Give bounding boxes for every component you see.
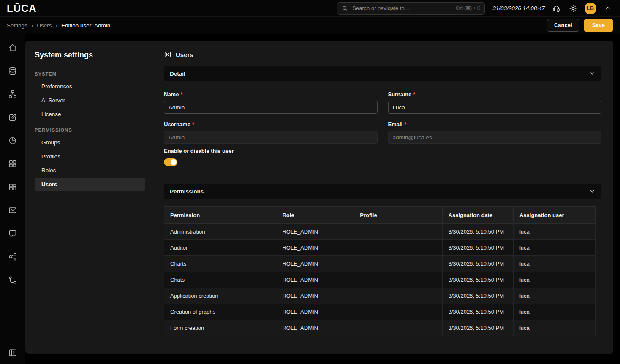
breadcrumb: Settings › Users › Edition user: Admin xyxy=(7,22,110,29)
table-cell: 3/30/2026, 5:10:50 PM xyxy=(442,256,513,272)
table-cell: luca xyxy=(513,288,595,304)
table-cell: 3/30/2026, 5:10:50 PM xyxy=(442,240,513,256)
table-cell: luca xyxy=(513,224,595,240)
table-cell xyxy=(354,288,442,304)
table-cell: ROLE_ADMIN xyxy=(276,272,354,288)
cancel-button[interactable]: Cancel xyxy=(547,19,579,32)
database-icon[interactable] xyxy=(8,66,17,76)
table-cell: ROLE_ADMIN xyxy=(276,240,354,256)
table-cell: luca xyxy=(513,256,595,272)
breadcrumb-item-settings[interactable]: Settings xyxy=(7,22,27,29)
permissions-table-body: AdministrationROLE_ADMIN3/30/2026, 5:10:… xyxy=(164,224,596,336)
table-cell: Creation of graphs xyxy=(164,304,276,320)
page-title: Users xyxy=(176,51,193,58)
widgets-grid-icon[interactable] xyxy=(8,182,17,192)
email-field-group: Email* xyxy=(388,121,602,144)
toggle-knob xyxy=(171,159,177,165)
permissions-section-label: Permissions xyxy=(170,188,204,195)
detail-form: Name* Surname* Username* xyxy=(164,91,601,144)
users-icon xyxy=(164,51,171,58)
email-field xyxy=(388,131,602,144)
flow-link-icon[interactable] xyxy=(8,275,17,285)
column-header: Profile xyxy=(354,207,442,224)
sidebar-item-preferences[interactable]: Preferences xyxy=(35,80,145,93)
settings-nav-title: System settings xyxy=(35,51,152,60)
table-cell: Application creation xyxy=(164,288,276,304)
table-cell: 3/30/2026, 5:10:50 PM xyxy=(442,224,513,240)
table-row: AuditorROLE_ADMIN3/30/2026, 5:10:50 PMlu… xyxy=(164,240,596,256)
table-cell xyxy=(354,240,442,256)
surname-label: Surname* xyxy=(388,91,602,98)
chat-icon[interactable] xyxy=(8,229,17,238)
nav-section-system: SYSTEM xyxy=(35,71,152,76)
chevron-down-icon xyxy=(589,188,596,195)
sidebar-item-users[interactable]: Users xyxy=(35,178,145,191)
column-header: Assignation user xyxy=(513,207,595,224)
sidebar-expand-icon[interactable] xyxy=(8,348,17,357)
main-panel: System settings SYSTEM Preferences AI Se… xyxy=(25,41,613,354)
topbar-right: Ctrl (⌘) + K 31/03/2026 14:08:47 LB xyxy=(337,2,613,15)
page-actions: Cancel Save xyxy=(547,19,613,32)
breadcrumb-separator: › xyxy=(31,22,33,29)
body: System settings SYSTEM Preferences AI Se… xyxy=(0,34,620,364)
table-cell: Form creation xyxy=(164,320,276,336)
topbar: LŪCA Ctrl (⌘) + K 31/03/2026 14:08:47 LB xyxy=(0,0,620,17)
collapse-topbar-button[interactable] xyxy=(602,3,613,14)
search-input[interactable] xyxy=(351,5,452,12)
sidebar-item-roles[interactable]: Roles xyxy=(35,164,145,177)
support-button[interactable] xyxy=(551,3,562,14)
enable-user-label: Enable or disable this user xyxy=(164,148,601,154)
table-row: Form creationROLE_ADMIN3/30/2026, 5:10:5… xyxy=(164,320,596,336)
sidebar-item-license[interactable]: License xyxy=(35,108,145,121)
table-cell: ROLE_ADMIN xyxy=(276,320,354,336)
page-title-row: Users xyxy=(164,51,601,58)
breadcrumb-bar: Settings › Users › Edition user: Admin C… xyxy=(0,17,620,34)
table-cell: luca xyxy=(513,304,595,320)
mail-icon[interactable] xyxy=(8,206,17,215)
save-button[interactable]: Save xyxy=(584,19,613,32)
sidebar-item-ai-server[interactable]: AI Server xyxy=(35,94,145,107)
sidebar-item-groups[interactable]: Groups xyxy=(35,136,145,149)
table-cell: luca xyxy=(513,272,595,288)
username-field xyxy=(164,131,378,144)
table-cell: ROLE_ADMIN xyxy=(276,224,354,240)
required-marker: * xyxy=(180,91,182,98)
home-icon[interactable] xyxy=(8,43,17,52)
email-label: Email* xyxy=(388,121,602,128)
share-nodes-icon[interactable] xyxy=(8,252,17,261)
table-cell: 3/30/2026, 5:10:50 PM xyxy=(442,288,513,304)
table-cell: ROLE_ADMIN xyxy=(276,304,354,320)
surname-field[interactable] xyxy=(388,101,602,114)
permissions-table-head-row: PermissionRoleProfileAssignation dateAss… xyxy=(164,207,596,224)
detail-section-header[interactable]: Detail xyxy=(164,66,601,81)
column-header: Permission xyxy=(164,207,276,224)
required-marker: * xyxy=(192,121,194,128)
settings-button[interactable] xyxy=(568,3,579,14)
permissions-section-header[interactable]: Permissions xyxy=(164,184,601,199)
table-cell: Administration xyxy=(164,224,276,240)
detail-section-label: Detail xyxy=(170,71,185,77)
table-cell: ROLE_ADMIN xyxy=(276,256,354,272)
breadcrumb-item-users[interactable]: Users xyxy=(37,22,52,29)
sidebar-item-profiles[interactable]: Profiles xyxy=(35,150,145,163)
settings-nav: System settings SYSTEM Preferences AI Se… xyxy=(25,41,152,354)
table-cell xyxy=(354,304,442,320)
avatar[interactable]: LB xyxy=(585,3,596,14)
breadcrumb-item-current: Edition user: Admin xyxy=(61,22,110,29)
dashboard-grid-icon[interactable] xyxy=(8,159,17,168)
datetime: 31/03/2026 14:08:47 xyxy=(492,5,545,11)
permissions-table: PermissionRoleProfileAssignation dateAss… xyxy=(164,206,596,336)
table-cell xyxy=(354,224,442,240)
edit-icon[interactable] xyxy=(8,113,17,122)
pie-chart-icon[interactable] xyxy=(8,136,17,145)
table-cell: Chats xyxy=(164,272,276,288)
name-field[interactable] xyxy=(164,101,378,114)
column-header: Assignation date xyxy=(442,207,513,224)
enable-user-toggle[interactable] xyxy=(164,158,177,166)
chevron-up-icon xyxy=(604,5,611,12)
table-cell xyxy=(354,320,442,336)
sitemap-icon[interactable] xyxy=(8,90,17,99)
table-cell: luca xyxy=(513,320,595,336)
table-cell: luca xyxy=(513,240,595,256)
required-marker: * xyxy=(413,91,415,98)
